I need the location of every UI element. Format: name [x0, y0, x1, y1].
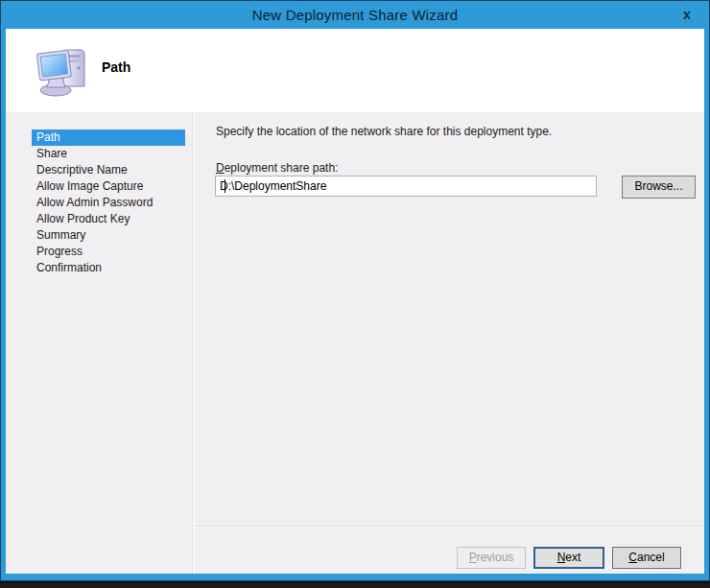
browse-button[interactable]: Browse...	[622, 176, 696, 199]
sidebar-item-descriptive-name[interactable]: Descriptive Name	[32, 162, 185, 178]
wizard-header: Path	[6, 29, 704, 112]
computer-icon	[36, 43, 91, 99]
window-title: New Deployment Share Wizard	[252, 7, 459, 23]
next-button[interactable]: Next	[533, 547, 604, 569]
path-input-wrap	[215, 176, 597, 197]
sidebar-item-allow-image-capture[interactable]: Allow Image Capture	[32, 178, 185, 195]
path-label-rest: eployment share path:	[225, 161, 339, 175]
previous-mnemonic: P	[469, 551, 477, 564]
footer-divider	[195, 526, 704, 527]
instruction-text: Specify the location of the network shar…	[216, 125, 552, 138]
cancel-button[interactable]: Cancel	[612, 547, 681, 569]
wizard-sidebar: Path Share Descriptive Name Allow Image …	[6, 112, 192, 574]
sidebar-item-confirmation[interactable]: Confirmation	[32, 260, 185, 276]
sidebar-item-allow-product-key[interactable]: Allow Product Key	[32, 211, 185, 227]
previous-rest: revious	[477, 551, 514, 564]
sidebar-item-summary[interactable]: Summary	[32, 227, 185, 244]
cancel-mnemonic: C	[628, 551, 637, 564]
close-icon[interactable]: x	[676, 4, 698, 25]
path-label-mnemonic: D	[216, 161, 225, 175]
step-list: Path Share Descriptive Name Allow Image …	[32, 129, 185, 276]
deployment-share-path-input[interactable]	[215, 176, 597, 197]
path-field-label: Deployment share path:	[216, 161, 338, 175]
wizard-window: New Deployment Share Wizard x	[0, 0, 710, 581]
sidebar-item-share[interactable]: Share	[32, 146, 185, 162]
wizard-body: Path Share Descriptive Name Allow Image …	[6, 112, 704, 574]
page-title: Path	[102, 59, 130, 75]
text-caret	[225, 179, 225, 193]
title-bar: New Deployment Share Wizard x	[1, 1, 709, 29]
previous-button: Previous	[457, 547, 526, 569]
sidebar-item-allow-admin-password[interactable]: Allow Admin Password	[32, 195, 185, 211]
sidebar-item-path[interactable]: Path	[32, 129, 185, 146]
wizard-content: Specify the location of the network shar…	[195, 112, 704, 574]
cancel-rest: ancel	[637, 551, 665, 564]
next-rest: ext	[565, 551, 580, 564]
sidebar-item-progress[interactable]: Progress	[32, 244, 185, 260]
